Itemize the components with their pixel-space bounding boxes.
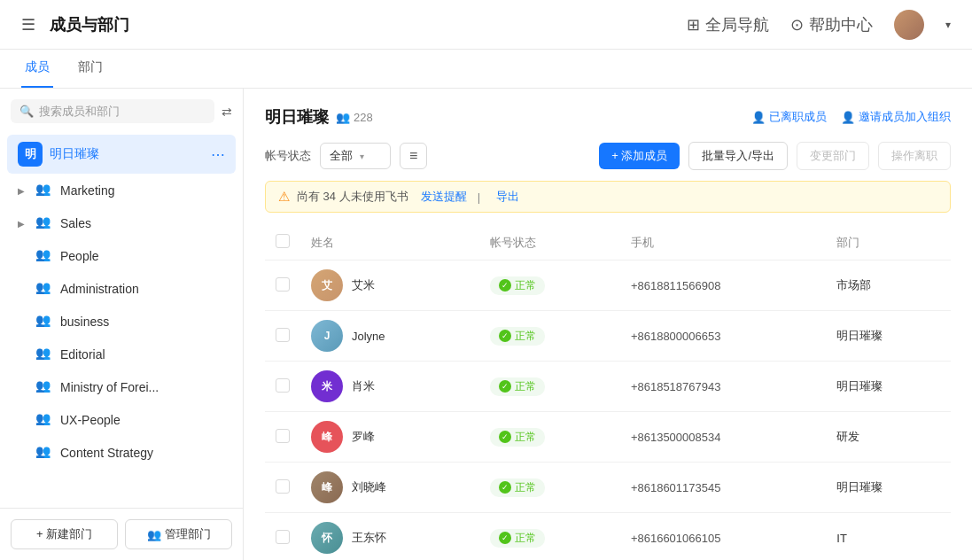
sidebar-item-marketing[interactable]: ▶ 👥 Marketing ⋯ bbox=[7, 175, 236, 206]
row-phone-cell: +8616601066105 bbox=[620, 513, 826, 561]
col-phone: 手机 bbox=[620, 225, 826, 261]
sidebar-item-content-strategy[interactable]: 👥 Content Strategy ⋯ bbox=[7, 437, 236, 469]
row-status-cell: 正常 bbox=[479, 311, 620, 362]
row-phone-cell: +8618518767943 bbox=[620, 362, 826, 412]
status-dot-icon bbox=[499, 380, 511, 393]
sidebar-item-label: Sales bbox=[60, 216, 211, 230]
manage-dept-button[interactable]: 👥 管理部门 bbox=[125, 519, 232, 549]
avatar: 艾 bbox=[311, 269, 343, 301]
search-icon: 🔍 bbox=[19, 105, 34, 118]
row-phone-cell: +8618811566908 bbox=[620, 261, 826, 311]
tab-bar: 成员 部门 bbox=[0, 50, 972, 89]
row-checkbox-cell bbox=[265, 261, 300, 311]
row-status-cell: 正常 bbox=[479, 261, 620, 311]
table-row: 艾 艾米 正常 +8618811566908 市场部 bbox=[265, 261, 951, 311]
add-member-button[interactable]: + 添加成员 bbox=[599, 143, 680, 169]
toolbar: 帐号状态 全部 ▾ ≡ + 添加成员 批量导入/导出 变更部门 操作离职 bbox=[265, 142, 951, 170]
sidebar-item-label: UX-People bbox=[60, 413, 211, 427]
row-name-cell: 怀 王东怀 bbox=[300, 513, 479, 561]
sidebar-item-sales[interactable]: ▶ 👥 Sales ⋯ bbox=[7, 207, 236, 239]
sidebar-item-label: Ministry of Forei... bbox=[60, 380, 211, 394]
avatar: 米 bbox=[311, 370, 343, 402]
row-checkbox[interactable] bbox=[276, 378, 290, 393]
table-row: 峰 罗峰 正常 +8613500008534 研发 bbox=[265, 412, 951, 463]
row-dept-cell: 明日璀璨 bbox=[826, 311, 951, 362]
resigned-members-link[interactable]: 👤 已离职成员 bbox=[751, 109, 827, 125]
content-area: 明日璀璨 👥 228 👤 已离职成员 👤 邀请成员加入组织 帐号状态 全部 bbox=[244, 89, 972, 560]
member-name: 刘晓峰 bbox=[352, 479, 386, 495]
header: ☰ 成员与部门 ⊞ 全局导航 ⊙ 帮助中心 ▾ bbox=[0, 0, 972, 50]
row-status-cell: 正常 bbox=[479, 513, 620, 561]
select-all-checkbox[interactable] bbox=[276, 234, 290, 248]
status-badge: 正常 bbox=[490, 428, 545, 447]
row-checkbox[interactable] bbox=[276, 530, 290, 544]
row-checkbox[interactable] bbox=[276, 479, 290, 494]
export-link[interactable]: 导出 bbox=[496, 189, 519, 205]
avatar: 峰 bbox=[311, 471, 343, 503]
invite-icon: 👤 bbox=[841, 111, 855, 124]
invite-members-link[interactable]: 👤 邀请成员加入组织 bbox=[841, 109, 951, 125]
row-checkbox-cell bbox=[265, 311, 300, 362]
expand-icon[interactable]: ▶ bbox=[18, 219, 32, 229]
status-dot-icon bbox=[499, 330, 511, 342]
more-icon[interactable]: ⋯ bbox=[211, 146, 225, 163]
table-row: J Jolyne 正常 +8618800006653 明日璀璨 bbox=[265, 311, 951, 362]
row-checkbox[interactable] bbox=[276, 277, 290, 292]
dept-icon: 👥 bbox=[35, 247, 53, 265]
content-header: 明日璀璨 👥 228 👤 已离职成员 👤 邀请成员加入组织 bbox=[265, 106, 951, 128]
row-phone-cell: +8618800006653 bbox=[620, 311, 826, 362]
status-filter-select[interactable]: 全部 ▾ bbox=[320, 143, 391, 169]
dept-icon: 👥 bbox=[35, 280, 53, 298]
tab-members[interactable]: 成员 bbox=[21, 49, 53, 88]
list-view-button[interactable]: ≡ bbox=[400, 143, 427, 169]
search-input[interactable] bbox=[39, 105, 206, 118]
menu-icon[interactable]: ☰ bbox=[21, 15, 35, 35]
select-arrow-icon: ▾ bbox=[360, 152, 364, 161]
row-name-cell: 峰 罗峰 bbox=[300, 412, 479, 463]
row-name-cell: 艾 艾米 bbox=[300, 261, 479, 311]
sidebar-item-administration[interactable]: 👥 Administration ⋯ bbox=[7, 273, 236, 305]
warning-icon: ⚠ bbox=[278, 189, 290, 205]
status-badge: 正常 bbox=[490, 276, 545, 295]
sidebar-item-label: People bbox=[60, 249, 211, 263]
avatar[interactable] bbox=[894, 10, 924, 40]
member-name: 艾米 bbox=[352, 277, 375, 293]
sidebar-item-ux-people[interactable]: 👥 UX-People ⋯ bbox=[7, 404, 236, 436]
filter-icon[interactable]: ⇄ bbox=[222, 105, 232, 119]
operate-resign-button: 操作离职 bbox=[878, 142, 951, 170]
sidebar-item-ministry[interactable]: 👥 Ministry of Forei... ⋯ bbox=[7, 371, 236, 403]
sidebar-footer: + 新建部门 👥 管理部门 bbox=[0, 508, 243, 560]
sidebar-item-label: business bbox=[60, 315, 211, 329]
avatar-chevron-icon[interactable]: ▾ bbox=[945, 19, 951, 31]
row-name-cell: J Jolyne bbox=[300, 311, 479, 362]
sidebar-item-mingri[interactable]: 明 明日璀璨 ⋯ bbox=[7, 135, 236, 174]
row-dept-cell: IT bbox=[826, 513, 951, 561]
row-checkbox[interactable] bbox=[276, 429, 290, 443]
warning-bar: ⚠ 尚有 34 人未使用飞书 发送提醒 | 导出 bbox=[265, 181, 951, 213]
global-nav-button[interactable]: ⊞ 全局导航 bbox=[687, 14, 769, 35]
send-remind-link[interactable]: 发送提醒 bbox=[421, 189, 467, 205]
sidebar-item-editorial[interactable]: 👥 Editorial ⋯ bbox=[7, 338, 236, 370]
expand-icon[interactable]: ▶ bbox=[18, 186, 32, 196]
help-center-button[interactable]: ⊙ 帮助中心 bbox=[790, 14, 873, 35]
tab-departments[interactable]: 部门 bbox=[74, 49, 106, 88]
row-checkbox[interactable] bbox=[276, 328, 290, 342]
resigned-icon: 👤 bbox=[751, 111, 766, 124]
row-checkbox-cell bbox=[265, 412, 300, 463]
search-box[interactable]: 🔍 bbox=[11, 99, 214, 123]
sidebar: 🔍 ⇄ 明 明日璀璨 ⋯ ▶ 👥 Marketing ⋯ bbox=[0, 89, 244, 560]
row-dept-cell: 明日璀璨 bbox=[826, 463, 951, 513]
col-name: 姓名 bbox=[300, 225, 479, 261]
sidebar-item-business[interactable]: 👥 business ⋯ bbox=[7, 306, 236, 338]
dept-icon: 👥 bbox=[35, 182, 53, 199]
bulk-import-button[interactable]: 批量导入/导出 bbox=[688, 142, 788, 170]
add-dept-button[interactable]: + 新建部门 bbox=[11, 519, 118, 549]
table-row: 怀 王东怀 正常 +8616601066105 IT bbox=[265, 513, 951, 561]
col-status: 帐号状态 bbox=[479, 225, 620, 261]
member-name: 肖米 bbox=[352, 378, 375, 394]
global-nav-icon: ⊞ bbox=[687, 15, 700, 35]
status-dot-icon bbox=[499, 279, 511, 292]
sidebar-item-label: 明日璀璨 bbox=[50, 146, 211, 162]
sidebar-item-people[interactable]: 👥 People ⋯ bbox=[7, 240, 236, 272]
page-title: 成员与部门 bbox=[50, 14, 687, 35]
